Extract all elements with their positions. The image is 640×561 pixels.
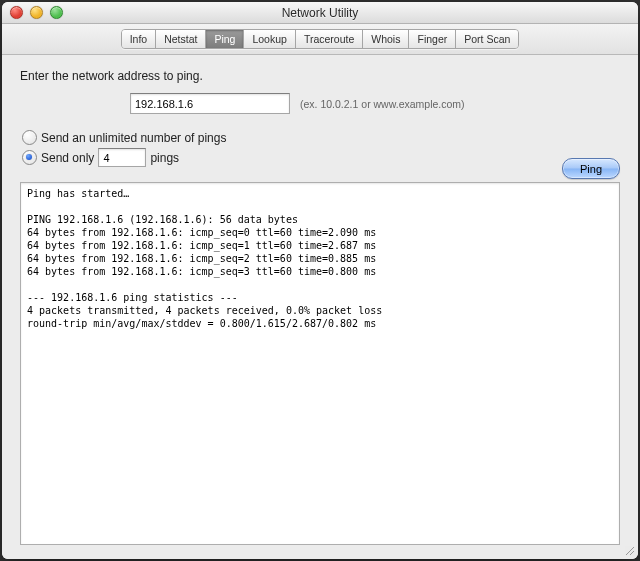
tab-traceroute[interactable]: Traceroute	[296, 30, 363, 48]
ping-button-label: Ping	[580, 163, 602, 175]
radio-sendonly-prefix: Send only	[41, 151, 94, 165]
zoom-icon[interactable]	[50, 6, 63, 19]
window-title: Network Utility	[2, 6, 638, 20]
address-prompt: Enter the network address to ping.	[20, 69, 620, 83]
ping-pane: Enter the network address to ping. (ex. …	[2, 55, 638, 559]
radio-unlimited[interactable]	[22, 130, 37, 145]
tab-ping[interactable]: Ping	[206, 30, 244, 48]
address-row: (ex. 10.0.2.1 or www.example.com)	[130, 93, 620, 114]
titlebar: Network Utility	[2, 2, 638, 24]
traffic-lights	[2, 6, 63, 19]
radio-sendonly[interactable]	[22, 150, 37, 165]
tab-lookup[interactable]: Lookup	[244, 30, 295, 48]
svg-line-1	[630, 551, 634, 555]
tab-finger[interactable]: Finger	[409, 30, 456, 48]
ping-address-input[interactable]	[130, 93, 290, 114]
tab-bar: InfoNetstatPingLookupTracerouteWhoisFing…	[121, 29, 520, 49]
ping-output[interactable]: Ping has started… PING 192.168.1.6 (192.…	[20, 182, 620, 545]
close-icon[interactable]	[10, 6, 23, 19]
network-utility-window: Network Utility InfoNetstatPingLookupTra…	[2, 2, 638, 559]
radio-unlimited-row[interactable]: Send an unlimited number of pings	[22, 130, 620, 145]
tab-port-scan[interactable]: Port Scan	[456, 30, 518, 48]
tab-netstat[interactable]: Netstat	[156, 30, 206, 48]
toolbar: InfoNetstatPingLookupTracerouteWhoisFing…	[2, 24, 638, 55]
radio-sendonly-suffix: pings	[150, 151, 179, 165]
tab-whois[interactable]: Whois	[363, 30, 409, 48]
radio-sendonly-row[interactable]: Send only pings	[22, 148, 620, 167]
ping-count-group: Send an unlimited number of pings Send o…	[22, 130, 620, 170]
minimize-icon[interactable]	[30, 6, 43, 19]
svg-line-0	[626, 547, 634, 555]
ping-count-input[interactable]	[98, 148, 146, 167]
tab-info[interactable]: Info	[122, 30, 157, 48]
radio-unlimited-label: Send an unlimited number of pings	[41, 131, 226, 145]
address-example-hint: (ex. 10.0.2.1 or www.example.com)	[300, 98, 465, 110]
resize-grip-icon[interactable]	[623, 544, 635, 556]
ping-button[interactable]: Ping	[562, 158, 620, 179]
